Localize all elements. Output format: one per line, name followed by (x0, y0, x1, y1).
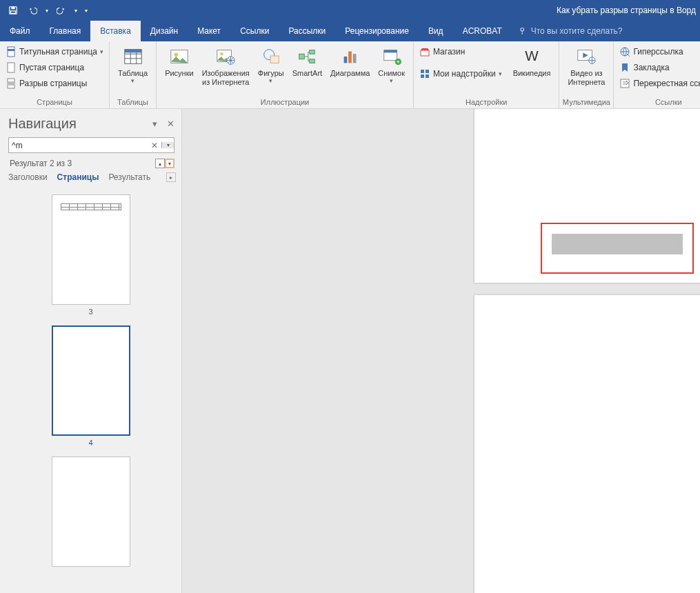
nav-tab-pages[interactable]: Страницы (57, 172, 99, 182)
screenshot-button[interactable]: Снимок▾ (374, 44, 409, 87)
tab-design[interactable]: Дизайн (141, 21, 188, 41)
page-break-button[interactable]: Разрыв страницы (4, 76, 105, 91)
nav-options-dropdown[interactable]: ▾ (152, 119, 157, 129)
nav-tabs-overflow[interactable]: ▸ (166, 172, 176, 182)
table-button[interactable]: Таблица▾ (114, 44, 152, 87)
nav-prev-result[interactable]: ▴ (155, 159, 165, 168)
tab-acrobat[interactable]: ACROBAT (453, 21, 512, 41)
tab-file[interactable]: Файл (0, 21, 40, 41)
group-pages-label: Страницы (0, 97, 109, 108)
nav-tab-results[interactable]: Результать (108, 172, 150, 182)
blank-page-button[interactable]: Пустая страница (4, 60, 105, 75)
qat-customize[interactable]: ▾ (81, 2, 91, 19)
group-tables-label: Таблицы (110, 97, 156, 108)
shapes-button[interactable]: Фигуры▾ (254, 44, 288, 87)
svg-rect-24 (352, 54, 356, 63)
pictures-icon (168, 46, 190, 68)
thumb-label-4: 4 (88, 439, 92, 447)
tab-review[interactable]: Рецензирование (335, 21, 419, 41)
redo-dropdown[interactable]: ▾ (72, 2, 80, 19)
svg-point-4 (522, 33, 523, 34)
tab-references[interactable]: Ссылки (230, 21, 279, 41)
nav-search-dropdown[interactable]: ▾ (161, 142, 174, 148)
smartart-button[interactable]: SmartArt (288, 44, 326, 87)
svg-point-15 (220, 52, 223, 56)
cover-page-button[interactable]: Титульная страница▾ (4, 44, 105, 59)
chart-button[interactable]: Диаграмма (326, 44, 374, 87)
online-video-button[interactable]: Видео изИнтернета (563, 44, 609, 87)
my-addins-button[interactable]: Мои надстройки▾ (418, 66, 503, 81)
svg-rect-8 (8, 79, 14, 82)
group-addins-label: Надстройки (414, 97, 559, 108)
store-button[interactable]: Магазин (418, 44, 503, 59)
tell-me-search[interactable]: Что вы хотите сделать? (512, 21, 630, 41)
chart-icon (339, 46, 361, 68)
tell-me-placeholder: Что вы хотите сделать? (531, 26, 623, 36)
redo-button[interactable] (52, 2, 70, 19)
title-bar: ▾ ▾ ▾ Как убрать разрыв страницы в Ворд (0, 0, 700, 21)
tab-layout[interactable]: Макет (188, 21, 230, 41)
tab-insert[interactable]: Вставка (90, 21, 141, 41)
group-media-label: Мультимедиа (559, 97, 613, 108)
nav-thumbnails: 3 4 (0, 183, 181, 593)
thumb-page-5[interactable] (52, 456, 130, 567)
page-previous[interactable] (474, 109, 700, 283)
svg-rect-6 (8, 49, 14, 51)
svg-rect-7 (8, 63, 14, 72)
undo-button[interactable] (23, 2, 41, 19)
svg-rect-31 (421, 74, 424, 78)
save-button[interactable] (4, 2, 22, 19)
svg-rect-32 (426, 74, 429, 78)
online-pictures-button[interactable]: Изображенияиз Интернета (198, 44, 254, 87)
group-addins: Магазин Мои надстройки▾ W Википедия Надс… (414, 41, 559, 108)
smartart-icon (296, 46, 318, 68)
thumb-label-3: 3 (88, 308, 92, 316)
group-media: Видео изИнтернета Мультимедиа (559, 41, 614, 108)
pictures-button[interactable]: Рисунки (161, 44, 198, 87)
svg-rect-2 (11, 11, 16, 14)
navigation-pane: Навигация ▾ ✕ ✕ ▾ Результат 2 из 3 ▴ ▾ З… (0, 109, 182, 593)
nav-search-input[interactable] (9, 141, 148, 150)
svg-rect-11 (124, 50, 141, 53)
nav-tab-headings[interactable]: Заголовки (8, 172, 48, 182)
nav-next-result[interactable]: ▾ (165, 159, 174, 168)
group-illustrations: Рисунки Изображенияиз Интернета Фигуры▾ … (157, 41, 414, 108)
svg-rect-29 (421, 70, 424, 73)
hyperlink-button[interactable]: Гиперссылка (618, 44, 700, 59)
video-icon (575, 46, 597, 68)
nav-search-clear[interactable]: ✕ (148, 141, 161, 150)
tab-view[interactable]: Вид (419, 21, 453, 41)
svg-text:W: W (525, 48, 539, 63)
main-area: Навигация ▾ ✕ ✕ ▾ Результат 2 из 3 ▴ ▾ З… (0, 109, 700, 593)
group-tables: Таблица▾ Таблицы (110, 41, 157, 108)
wikipedia-icon: W (521, 46, 543, 68)
thumb-page-4[interactable] (52, 325, 130, 436)
svg-rect-9 (8, 85, 14, 88)
svg-rect-19 (299, 54, 305, 59)
ribbon-tabs: Файл Главная Вставка Дизайн Макет Ссылки… (0, 21, 700, 41)
bookmark-button[interactable]: Закладка (618, 60, 700, 75)
svg-point-3 (521, 28, 524, 32)
tab-mailings[interactable]: Рассылки (279, 21, 335, 41)
crossref-button[interactable]: Перекрестная ссылка (618, 76, 700, 91)
thumb-page-3[interactable] (52, 194, 130, 305)
svg-rect-1 (11, 7, 14, 10)
nav-close-button[interactable]: ✕ (167, 119, 174, 129)
svg-rect-23 (348, 52, 352, 63)
svg-rect-5 (8, 47, 14, 57)
nav-title: Навигация (8, 116, 77, 132)
tab-home[interactable]: Главная (40, 21, 91, 41)
svg-rect-21 (310, 59, 315, 63)
undo-dropdown[interactable]: ▾ (43, 2, 51, 19)
svg-rect-26 (383, 50, 397, 53)
page-current[interactable] (474, 295, 700, 593)
nav-search-box: ✕ ▾ (8, 137, 174, 153)
document-title: Как убрать разрыв страницы в Ворд (557, 6, 696, 15)
svg-point-13 (174, 52, 178, 57)
ribbon: Титульная страница▾ Пустая страница Разр… (0, 41, 700, 109)
group-illustrations-label: Иллюстрации (157, 97, 413, 108)
wikipedia-button[interactable]: W Википедия (509, 44, 555, 87)
table-icon (122, 46, 144, 68)
svg-rect-28 (421, 50, 429, 56)
document-canvas[interactable] (182, 109, 700, 593)
